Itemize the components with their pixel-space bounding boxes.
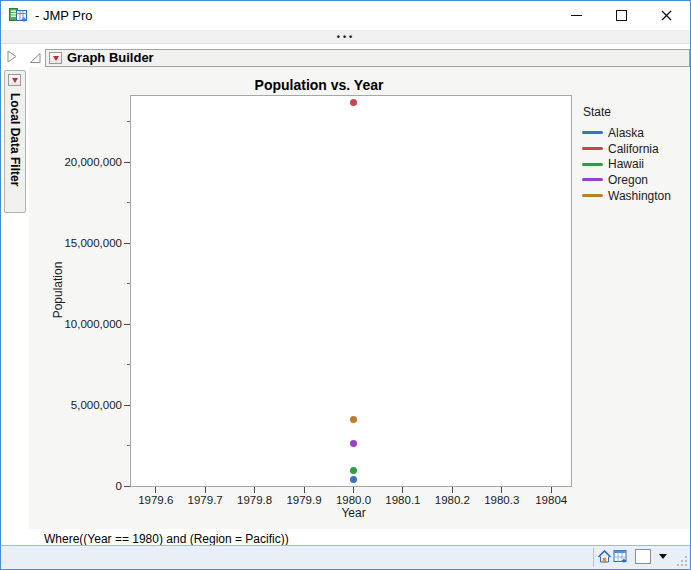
x-axis-tick [304,487,305,493]
status-separator [593,548,594,567]
x-axis-tick-label: 1979.8 [228,494,282,506]
y-axis-minor-tick [127,283,130,284]
home-icon [597,549,612,564]
x-axis-tick-label: 1980.1 [376,494,430,506]
data-point-oregon[interactable] [350,440,357,447]
data-table-button[interactable] [613,549,629,565]
y-axis-minor-tick [127,121,130,122]
legend-item-label: California [608,142,659,156]
y-axis-tick [124,162,130,163]
x-axis-tick [452,487,453,493]
x-axis-tick [254,487,255,493]
legend-swatch-icon [582,163,603,166]
x-axis-tick-label: 1980.2 [425,494,479,506]
x-axis-tick-label: 1979.7 [178,494,232,506]
x-axis-tick [353,487,354,493]
x-axis-tick [551,487,552,493]
legend-item[interactable]: California [582,141,671,157]
resize-grip[interactable] [675,554,689,568]
x-axis-tick-label: 1980.0 [326,494,380,506]
x-axis-title: Year [303,506,404,520]
legend-swatch-icon [582,178,603,181]
home-button[interactable] [597,549,613,565]
x-axis-tick-label: 1980.3 [475,494,529,506]
status-color-well[interactable] [635,549,651,564]
legend-item-label: Washington [608,189,671,203]
data-point-alaska[interactable] [350,476,357,483]
y-axis-minor-tick [127,364,130,365]
y-axis-tick-label: 5,000,000 [32,398,122,412]
x-axis-tick-label: 19804 [524,494,578,506]
legend-swatch-icon [582,131,603,134]
y-axis-tick [124,486,130,487]
x-axis-tick [402,487,403,493]
y-axis-minor-tick [127,202,130,203]
y-axis-tick [124,324,130,325]
status-bar [1,545,690,569]
jmp-window: - JMP Pro ••• Graph Builder [0,0,691,570]
chart-layer: 05,000,00010,000,00015,000,00020,000,000… [1,1,690,569]
data-point-hawaii[interactable] [350,467,357,474]
x-axis-tick [205,487,206,493]
legend-title: State [583,105,671,119]
y-axis-tick-label: 20,000,000 [32,155,122,169]
legend-item-label: Hawaii [608,157,644,171]
legend-items: AlaskaCaliforniaHawaiiOregonWashington [582,125,671,203]
x-axis-tick-label: 1979.9 [277,494,331,506]
y-axis-tick [124,405,130,406]
legend-swatch-icon [582,194,603,197]
where-clause: Where((Year == 1980) and (Region = Pacif… [44,532,289,546]
legend-item-label: Alaska [608,126,644,140]
legend-item[interactable]: Oregon [582,172,671,188]
x-axis-tick [155,487,156,493]
legend-item[interactable]: Alaska [582,125,671,141]
y-axis-tick-label: 10,000,000 [32,317,122,331]
x-axis-tick [501,487,502,493]
legend: State AlaskaCaliforniaHawaiiOregonWashin… [582,105,671,203]
data-point-california[interactable] [350,99,357,106]
y-axis-tick-label: 15,000,000 [32,236,122,250]
status-dropdown-button[interactable] [656,549,670,564]
y-axis-title: Population [51,262,65,319]
legend-item-label: Oregon [608,173,648,187]
legend-item[interactable]: Washington [582,188,671,204]
x-axis-tick-label: 1979.6 [129,494,183,506]
y-axis-tick-label: 0 [32,479,122,493]
dropdown-arrow-icon [659,554,667,559]
y-axis-minor-tick [127,445,130,446]
data-point-washington[interactable] [350,416,357,423]
legend-item[interactable]: Hawaii [582,156,671,172]
y-axis-tick [124,243,130,244]
data-table-icon [613,549,628,564]
legend-swatch-icon [582,147,603,150]
